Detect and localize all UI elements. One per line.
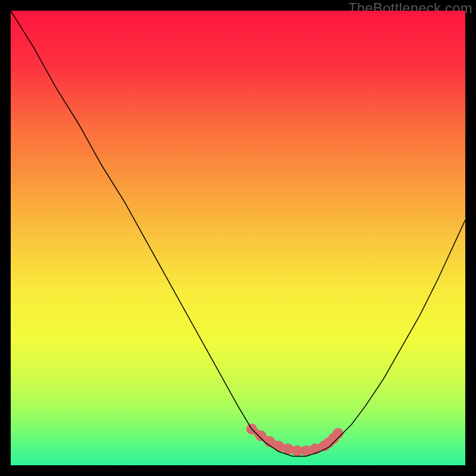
chart-plot-area: [11, 11, 465, 465]
chart-frame: TheBottleneck.com: [0, 0, 476, 476]
accent-dot: [283, 443, 293, 454]
accent-dot: [333, 428, 343, 439]
accent-dot: [255, 430, 266, 441]
chart-svg: [11, 11, 465, 465]
chart-background: [11, 11, 465, 465]
